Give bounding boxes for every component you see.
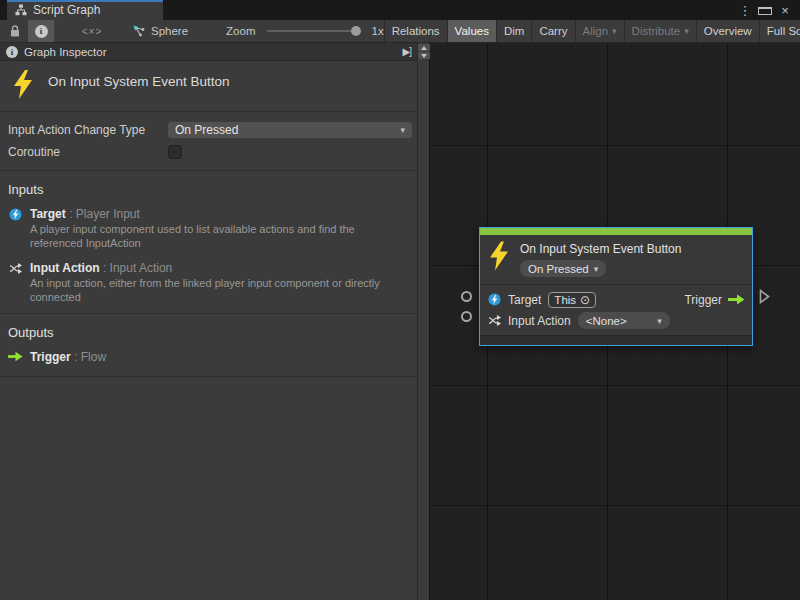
chevron-down-icon: ▾ [400, 125, 405, 135]
graph-inspector-header: i Graph Inspector ▶] [0, 43, 417, 61]
scroll-down-button[interactable] [418, 52, 430, 59]
input-port-action-description: An input action, either from the linked … [30, 276, 402, 305]
coroutine-label: Coroutine [8, 145, 168, 159]
event-node-title: On Input System Event Button [520, 242, 681, 256]
scroll-up-button[interactable] [418, 44, 430, 51]
maximize-icon[interactable] [758, 3, 772, 18]
coroutine-checkbox[interactable] [168, 145, 182, 159]
input-port-target-description: A player input component used to list av… [30, 222, 402, 251]
chevron-down-icon: ▾ [612, 26, 617, 36]
target-object-field[interactable]: This ⊙ [548, 292, 596, 308]
info-icon: i [6, 46, 18, 58]
inspector-toggle-button[interactable]: i [28, 20, 54, 42]
inspector-scrollbar[interactable] [418, 43, 430, 600]
full-screen-button[interactable]: Full Screen [759, 20, 800, 42]
graph-owner-label: Sphere [151, 25, 188, 37]
code-preview-button[interactable]: <×> [74, 20, 110, 42]
input-action-dropdown[interactable]: <None> ▾ [578, 312, 670, 329]
info-icon: i [35, 25, 48, 38]
code-icon: <×> [82, 26, 103, 37]
zoom-control: Zoom 1x [218, 20, 384, 42]
dock-panel-icon[interactable]: ▶] [403, 46, 411, 57]
tab-title: Script Graph [33, 3, 100, 17]
values-button[interactable]: Values [447, 20, 496, 42]
event-node-header[interactable]: On Input System Event Button On Pressed … [480, 235, 752, 284]
target-port-label: Target [508, 293, 541, 307]
graph-asset-icon [132, 24, 146, 38]
input-port-target: Target : Player Input [0, 206, 417, 221]
window-controls: ⋮ × [738, 0, 800, 20]
event-node-ports: Target This ⊙ Trigger [480, 284, 752, 335]
event-bolt-icon [12, 70, 34, 99]
player-input-icon [487, 293, 501, 306]
flow-arrow-icon [8, 351, 23, 362]
script-graph-window: Script Graph ⋮ × i <×> [0, 0, 800, 600]
close-icon[interactable]: × [778, 3, 792, 18]
toolbar-right-buttons: Relations Values Dim Carry Align▾ Distri… [384, 20, 800, 42]
event-node-accent-bar [480, 228, 752, 235]
trigger-output-port[interactable] [759, 289, 770, 304]
zoom-slider[interactable] [267, 30, 359, 32]
active-tab-indicator [7, 0, 163, 2]
triangle-down-icon [421, 54, 427, 58]
event-node[interactable]: On Input System Event Button On Pressed … [479, 227, 753, 346]
trigger-port-label: Trigger [684, 293, 722, 307]
chevron-down-icon: ▾ [684, 26, 689, 36]
zoom-label: Zoom [226, 25, 255, 37]
carry-button[interactable]: Carry [531, 20, 574, 42]
chevron-down-icon: ▾ [594, 264, 599, 274]
action-port-row: Input Action <None> ▾ [487, 310, 745, 331]
change-type-dropdown[interactable]: On Pressed ▾ [168, 122, 412, 138]
unit-settings: Input Action Change Type On Pressed ▾ Co… [0, 112, 417, 171]
input-port-action: Input Action : Input Action [0, 260, 417, 275]
event-mode-dropdown[interactable]: On Pressed ▾ [520, 260, 606, 277]
align-button[interactable]: Align▾ [575, 20, 624, 42]
scroll-spinner [418, 44, 430, 60]
target-port-row: Target This ⊙ Trigger [487, 289, 745, 310]
player-input-icon [8, 208, 23, 221]
zoom-value: 1x [372, 25, 384, 37]
flow-arrow-icon [727, 294, 745, 305]
event-node-footer [480, 335, 752, 345]
lock-icon [9, 25, 21, 38]
change-type-label: Input Action Change Type [8, 123, 168, 137]
coroutine-field: Coroutine [8, 142, 414, 162]
change-type-field: Input Action Change Type On Pressed ▾ [8, 120, 414, 140]
graph-inspector-title: Graph Inspector [24, 46, 106, 58]
chevron-down-icon: ▾ [657, 316, 662, 326]
tab-bar: Script Graph ⋮ × [0, 0, 800, 20]
action-input-port[interactable] [461, 311, 472, 322]
graph-owner[interactable]: Sphere [124, 20, 196, 42]
relations-button[interactable]: Relations [384, 20, 447, 42]
graph-toolbar: i <×> Sphere Zoom 1x Relations Values Di [0, 20, 800, 43]
graph-inspector-panel: i Graph Inspector ▶] On Input System Eve… [0, 43, 418, 600]
distribute-button[interactable]: Distribute▾ [624, 20, 696, 42]
input-action-icon [487, 314, 501, 327]
triangle-up-icon [421, 46, 427, 50]
menu-icon[interactable]: ⋮ [738, 3, 752, 18]
inputs-section: Inputs Target : Player Input A player in… [0, 171, 417, 304]
script-graph-icon [15, 4, 27, 16]
input-action-icon [8, 262, 23, 275]
selected-unit-title: On Input System Event Button [48, 74, 230, 99]
dim-button[interactable]: Dim [496, 20, 531, 42]
section-divider [0, 376, 417, 377]
lock-button[interactable] [2, 20, 28, 42]
overview-button[interactable]: Overview [696, 20, 759, 42]
output-port-trigger: Trigger : Flow [0, 349, 417, 364]
outputs-section: Outputs Trigger : Flow [0, 313, 417, 377]
inputs-header: Inputs [0, 171, 417, 206]
zoom-slider-handle[interactable] [351, 26, 361, 36]
selected-unit-header: On Input System Event Button [0, 61, 417, 112]
event-bolt-icon [488, 241, 510, 271]
target-input-port[interactable] [461, 291, 472, 302]
outputs-header: Outputs [0, 314, 417, 349]
tab-script-graph[interactable]: Script Graph [7, 0, 163, 20]
graph-canvas[interactable]: On Input System Event Button On Pressed … [430, 43, 800, 600]
object-picker-icon[interactable]: ⊙ [580, 294, 590, 306]
action-port-label: Input Action [508, 314, 571, 328]
